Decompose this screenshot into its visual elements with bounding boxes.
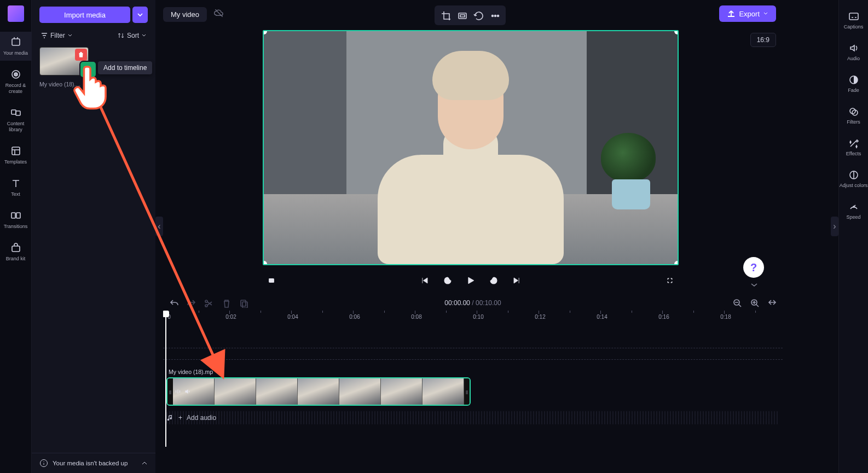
- cloud-sync-off-icon[interactable]: [213, 8, 224, 21]
- crop-button[interactable]: [438, 8, 453, 23]
- total-duration: 00:10.00: [476, 299, 501, 307]
- music-note-icon: [166, 414, 174, 422]
- more-options-button[interactable]: [487, 8, 502, 23]
- export-button[interactable]: Export: [719, 5, 776, 22]
- svg-rect-7: [16, 213, 20, 218]
- speaker-icon: [184, 388, 192, 395]
- skip-back-button[interactable]: [442, 275, 454, 287]
- brandkit-icon: [10, 242, 22, 254]
- nav-record-create[interactable]: Record & create: [0, 64, 32, 99]
- chevron-down-icon: [141, 33, 147, 38]
- svg-rect-4: [16, 111, 20, 115]
- expand-right-panel-button[interactable]: ›: [831, 217, 838, 236]
- svg-rect-3: [11, 110, 16, 114]
- annotation-hand-cursor: [71, 61, 111, 112]
- library-icon: [10, 107, 22, 119]
- filters-panel-button[interactable]: Filters: [839, 101, 869, 130]
- sort-icon: [117, 32, 125, 39]
- next-frame-button[interactable]: [511, 275, 523, 287]
- fade-panel-button[interactable]: Fade: [839, 69, 869, 98]
- preview-toolbar: [435, 5, 506, 25]
- filter-button[interactable]: Filter: [40, 32, 73, 39]
- aspect-ratio-button[interactable]: 16:9: [750, 33, 776, 47]
- nav-brand-kit[interactable]: Brand kit: [0, 237, 32, 266]
- time-sep: /: [470, 299, 476, 307]
- sort-button[interactable]: Sort: [117, 32, 147, 39]
- ruler-tick-label: 0:04: [285, 314, 301, 320]
- fit-timeline-button[interactable]: [766, 297, 778, 309]
- collapse-media-panel-button[interactable]: ‹: [155, 217, 163, 236]
- playhead[interactable]: [165, 311, 166, 447]
- video-clip[interactable]: || ||: [166, 377, 471, 406]
- fullscreen-button[interactable]: [667, 275, 679, 287]
- clip-name-label: My video (18).mp: [169, 369, 213, 375]
- clip-trim-left[interactable]: ||: [167, 378, 173, 405]
- transitions-icon: [10, 209, 22, 221]
- timeline[interactable]: 00:020:040:060:080:100:120:140:160:18 My…: [163, 311, 783, 447]
- nav-transitions[interactable]: Transitions: [0, 205, 32, 234]
- prev-frame-button[interactable]: [419, 275, 431, 287]
- audio-panel-button[interactable]: Audio: [839, 37, 869, 67]
- right-label: Effects: [846, 151, 861, 156]
- export-label: Export: [739, 10, 760, 18]
- backup-status-bar[interactable]: Your media isn't backed up: [32, 453, 155, 473]
- filter-label: Filter: [50, 32, 65, 39]
- svg-rect-0: [12, 39, 20, 45]
- timeline-ruler[interactable]: 00:020:040:060:080:100:120:140:160:18: [163, 311, 783, 324]
- delete-media-button[interactable]: [75, 49, 87, 61]
- skip-forward-button[interactable]: [488, 275, 500, 287]
- undo-button[interactable]: [167, 297, 180, 309]
- svg-rect-5: [12, 147, 20, 155]
- nav-content-library[interactable]: Content library: [0, 102, 32, 137]
- timeline-tracks: My video (18).mp || || + Add audio: [163, 324, 783, 447]
- import-label: Import media: [64, 11, 106, 19]
- zoom-out-button[interactable]: [731, 297, 743, 309]
- add-audio-row[interactable]: + Add audio: [166, 411, 779, 424]
- redo-button[interactable]: [185, 297, 197, 309]
- zoom-in-button[interactable]: [749, 297, 761, 309]
- speed-panel-button[interactable]: Speed: [839, 196, 869, 225]
- right-label: Adjust colors: [840, 183, 868, 188]
- resize-handle-br[interactable]: [674, 261, 679, 265]
- frame-button[interactable]: [454, 8, 470, 23]
- import-media-dropdown[interactable]: [132, 7, 148, 23]
- captions-panel-button[interactable]: Captions: [839, 5, 869, 35]
- svg-rect-8: [12, 246, 20, 252]
- svg-point-23: [205, 305, 207, 307]
- video-preview[interactable]: [263, 30, 679, 265]
- right-label: Captions: [844, 24, 864, 30]
- adjust-colors-panel-button[interactable]: Adjust colors: [839, 164, 869, 194]
- left-rail: Your media Record & create Content libra…: [0, 0, 32, 473]
- svg-rect-24: [241, 300, 246, 306]
- split-button[interactable]: [202, 297, 215, 309]
- rotate-button[interactable]: [471, 8, 486, 23]
- svg-rect-10: [459, 13, 466, 19]
- nav-text[interactable]: Text: [0, 173, 32, 202]
- safe-zone-toggle[interactable]: [263, 275, 275, 287]
- import-media-button[interactable]: Import media: [39, 7, 130, 23]
- right-label: Filters: [847, 119, 860, 125]
- help-button[interactable]: ?: [743, 257, 764, 278]
- svg-point-12: [492, 15, 494, 17]
- templates-icon: [10, 145, 22, 157]
- ruler-tick-label: 0:14: [594, 314, 610, 320]
- delete-clip-button[interactable]: [220, 297, 232, 309]
- nav-your-media[interactable]: Your media: [0, 32, 32, 61]
- duplicate-clip-button[interactable]: [238, 297, 250, 309]
- nav-label: Text: [11, 191, 20, 197]
- ruler-tick-label: 0:08: [408, 314, 425, 320]
- svg-point-20: [853, 206, 854, 207]
- nav-label: Templates: [4, 159, 27, 165]
- trash-icon: [77, 51, 85, 59]
- clip-trim-right[interactable]: ||: [464, 378, 470, 405]
- nav-templates[interactable]: Templates: [0, 141, 32, 170]
- expand-preview-button[interactable]: [744, 282, 764, 290]
- play-button[interactable]: [465, 275, 477, 287]
- right-label: Fade: [848, 87, 859, 93]
- playback-controls: [263, 271, 679, 290]
- project-title-input[interactable]: My video: [163, 7, 207, 22]
- nav-label: Your media: [3, 50, 28, 56]
- svg-rect-6: [11, 213, 15, 218]
- effects-panel-button[interactable]: Effects: [839, 132, 869, 162]
- ruler-tick-label: 0:10: [470, 314, 487, 320]
